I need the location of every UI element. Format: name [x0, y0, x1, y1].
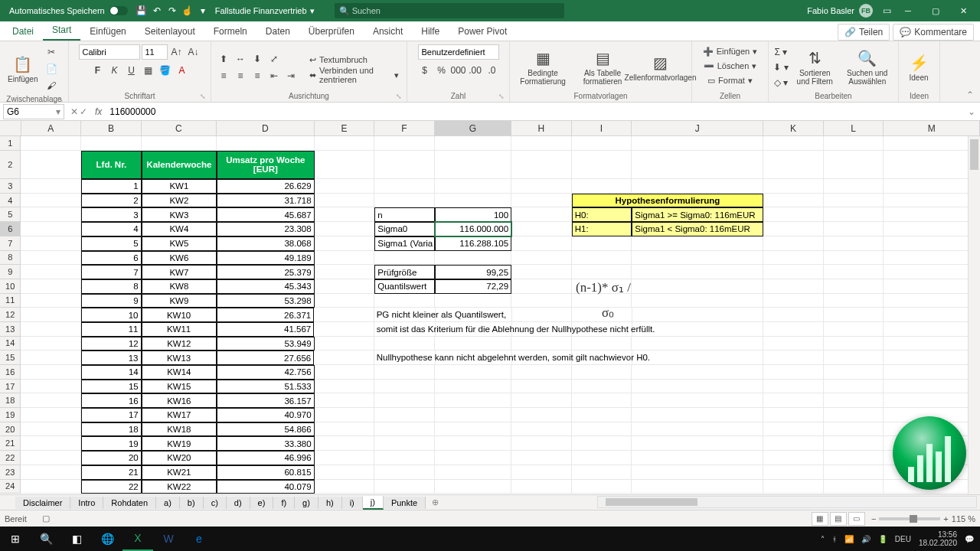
cell[interactable] [511, 422, 572, 437]
cell[interactable] [884, 393, 980, 408]
row-header[interactable]: 11 [0, 294, 21, 308]
align-bottom-icon[interactable]: ⬇ [250, 51, 265, 67]
sheet-tab[interactable]: g) [295, 497, 318, 509]
autosum-icon[interactable]: Σ ▾ [773, 44, 789, 60]
row-header[interactable]: 17 [0, 380, 21, 394]
col-header[interactable]: J [632, 121, 763, 136]
cell[interactable]: 4 [81, 222, 142, 236]
number-format-select[interactable] [418, 44, 499, 60]
cell[interactable] [21, 151, 81, 179]
cell[interactable] [81, 136, 142, 151]
cell[interactable] [763, 294, 824, 308]
cell[interactable] [763, 279, 824, 294]
fill-icon[interactable]: ⬇ ▾ [773, 60, 789, 75]
cell[interactable]: 27.656 [217, 350, 315, 365]
percent-icon[interactable]: % [433, 63, 449, 78]
cell[interactable]: 21 [81, 465, 142, 480]
cancel-edit-icon[interactable]: ✕ [70, 106, 78, 117]
cell[interactable] [511, 236, 572, 251]
cell[interactable] [884, 380, 980, 394]
cell[interactable]: 15 [81, 380, 142, 394]
cell[interactable] [884, 179, 980, 194]
paste-button[interactable]: 📋Einfügen [5, 46, 41, 92]
cell[interactable] [21, 322, 81, 337]
row-header[interactable]: 20 [0, 422, 21, 437]
cell[interactable]: 5 [81, 236, 142, 251]
cell[interactable] [824, 322, 884, 337]
cell[interactable]: 49.189 [217, 251, 315, 266]
cell[interactable] [511, 480, 572, 494]
cell[interactable]: 45.343 [217, 279, 315, 294]
cell[interactable] [435, 179, 511, 194]
cell[interactable]: 18 [81, 422, 142, 437]
cell[interactable] [374, 179, 435, 194]
record-macro-icon[interactable]: ▢ [42, 514, 50, 523]
row-header[interactable]: 16 [0, 365, 21, 380]
cell[interactable] [511, 222, 572, 236]
sheet-tab[interactable]: Rohdaten [103, 497, 156, 509]
cell[interactable]: Sigma1 < Sigma0: 116mEUR [632, 222, 763, 236]
row-header[interactable]: 18 [0, 393, 21, 408]
sheet-tab[interactable]: e) [250, 497, 274, 509]
cell[interactable] [374, 194, 435, 208]
cell[interactable]: H0: [572, 207, 632, 222]
cell[interactable] [824, 251, 884, 266]
cell[interactable] [21, 422, 81, 437]
cell[interactable]: 12 [81, 337, 142, 351]
cell[interactable] [374, 251, 435, 266]
tab-data[interactable]: Daten [256, 22, 299, 41]
cell[interactable] [511, 179, 572, 194]
cell[interactable] [632, 265, 763, 279]
cell[interactable]: somit ist das Kriterium für die Ablehnun… [374, 322, 436, 337]
sheet-tab[interactable]: a) [156, 497, 180, 509]
wifi-icon[interactable]: 📶 [844, 535, 854, 543]
dialog-launcher-icon[interactable]: ⤡ [498, 93, 505, 100]
col-header[interactable]: M [884, 121, 980, 136]
col-header[interactable]: L [824, 121, 884, 136]
cell-styles-button[interactable]: ▨Zellenformatvorlagen [634, 44, 687, 90]
col-header[interactable]: D [217, 121, 315, 136]
cell[interactable]: KW22 [142, 480, 217, 494]
cell[interactable] [572, 265, 632, 279]
cell[interactable] [315, 436, 375, 451]
cell[interactable] [435, 436, 511, 451]
cell[interactable] [824, 408, 884, 422]
cell[interactable] [511, 136, 572, 151]
col-header[interactable]: G [435, 121, 511, 136]
cell[interactable]: KW7 [142, 265, 217, 279]
cell[interactable]: KW3 [142, 207, 217, 222]
cell[interactable] [315, 222, 375, 236]
cell[interactable] [374, 465, 435, 480]
cell[interactable] [824, 194, 884, 208]
cell[interactable]: 53.949 [217, 337, 315, 351]
cell[interactable] [217, 136, 315, 151]
font-size-input[interactable] [142, 44, 168, 60]
cell[interactable] [21, 136, 81, 151]
cell[interactable] [315, 408, 375, 422]
cell[interactable]: 13 [81, 350, 142, 365]
clear-icon[interactable]: ◇ ▾ [773, 75, 789, 90]
row-header[interactable]: 4 [0, 194, 21, 208]
cell[interactable] [884, 136, 980, 151]
cell[interactable]: KW15 [142, 380, 217, 394]
battery-icon[interactable]: 🔋 [878, 535, 887, 543]
cell[interactable] [21, 393, 81, 408]
cell[interactable]: 20 [81, 451, 142, 465]
increase-font-icon[interactable]: A↑ [169, 44, 185, 60]
fill-color-icon[interactable]: 🪣 [158, 63, 173, 78]
cell[interactable]: Sigma1 (Varia [374, 236, 435, 251]
row-header[interactable]: 3 [0, 179, 21, 194]
cell[interactable] [763, 236, 824, 251]
align-left-icon[interactable]: ≡ [216, 68, 231, 83]
cell[interactable]: 40.079 [217, 480, 315, 494]
row-header[interactable]: 12 [0, 308, 21, 322]
cell[interactable] [632, 251, 763, 266]
cell[interactable] [763, 465, 824, 480]
format-painter-icon[interactable]: 🖌 [44, 78, 59, 93]
cell[interactable] [511, 436, 572, 451]
cell[interactable] [315, 207, 375, 222]
cell[interactable]: KW6 [142, 251, 217, 266]
cell[interactable]: KW9 [142, 294, 217, 308]
cell[interactable] [511, 393, 572, 408]
cell[interactable] [21, 436, 81, 451]
